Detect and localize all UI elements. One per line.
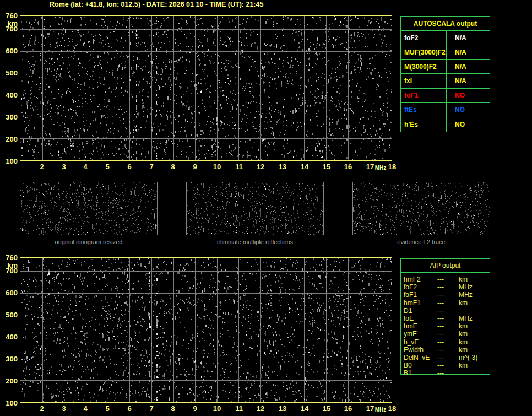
thumbnail-caption-f2: evidence F2 trace — [352, 239, 490, 245]
aip-label: foF1 — [404, 291, 437, 299]
y-tick-top-500: 500 — [0, 69, 18, 77]
autoscala-value-M(3000)F2: N/A — [447, 60, 490, 74]
aip-unit: MHz — [459, 315, 490, 322]
y-tick-bottom-600: 600 — [0, 289, 18, 296]
x-tick-bottom-14: 14 — [296, 405, 313, 412]
thumbnail-eliminate-reflections — [186, 182, 324, 235]
x-tick-bottom-8: 8 — [165, 405, 181, 412]
x-tick-top-8: 8 — [165, 163, 181, 170]
thumbnail-reflections-canvas — [187, 182, 323, 235]
aip-row-hmF1: hmF1---km — [401, 299, 490, 307]
aip-ionogram-plot — [20, 257, 392, 403]
aip-row-foE: foE---MHz — [401, 315, 490, 322]
x-tick-top-13: 13 — [274, 163, 291, 170]
autoscala-param-MUF(3000)F2: MUF(3000)F2 — [401, 45, 447, 60]
aip-label: foF2 — [404, 283, 437, 291]
y-axis-unit-bottom: km — [0, 262, 18, 269]
aip-label: h_vE — [404, 338, 437, 346]
x-tick-top-9: 9 — [187, 163, 203, 170]
aip-unit: km — [459, 346, 490, 354]
x-tick-top-7: 7 — [143, 163, 160, 170]
x-tick-bottom-5: 5 — [99, 405, 116, 412]
x-tick-bottom-2: 2 — [34, 405, 50, 412]
aip-unit: MHz — [459, 283, 490, 291]
aip-unit: MHz — [459, 291, 490, 299]
autoscala-param-M(3000)F2: M(3000)F2 — [401, 60, 447, 74]
aip-unit: km — [459, 361, 490, 369]
autoscala-window: { "header": { "title": "Rome (lat: +41.8… — [0, 0, 532, 416]
autoscala-ionogram-plot — [20, 15, 392, 161]
aip-row-hmE: hmE---km — [401, 322, 490, 330]
aip-label: ymE — [404, 330, 437, 338]
x-tick-top-2: 2 — [34, 163, 50, 170]
x-tick-top-16: 16 — [340, 163, 356, 170]
autoscala-param-h'Es: h'Es — [401, 117, 447, 132]
x-tick-bottom-11: 11 — [231, 405, 247, 412]
y-tick-top-760: 760 — [0, 12, 18, 19]
aip-value: --- — [437, 307, 459, 315]
x-tick-top-10: 10 — [209, 163, 225, 170]
station-title: Rome (lat: +41.8, lon: 012.5) - DATE: 20… — [50, 1, 263, 8]
autoscala-value-foF2: N/A — [447, 31, 490, 45]
aip-label: hmF2 — [404, 275, 437, 283]
x-tick-bottom-15: 15 — [318, 405, 335, 412]
thumbnail-caption-original: original ionogram resized — [20, 239, 158, 245]
aip-row-B0: B0---km — [401, 361, 490, 369]
y-tick-bottom-200: 200 — [0, 377, 18, 385]
autoscala-param-foF1: foF1 — [401, 89, 447, 103]
aip-label: B1 — [404, 369, 437, 377]
aip-label: foE — [404, 315, 437, 322]
x-tick-top-12: 12 — [252, 163, 269, 170]
x-tick-bottom-12: 12 — [252, 405, 269, 412]
aip-row-hmF2: hmF2---km — [401, 275, 490, 283]
aip-label: DelN_vE — [404, 354, 437, 361]
aip-value: --- — [437, 338, 459, 346]
autoscala-param-ftEs: ftEs — [401, 103, 447, 117]
x-tick-top-3: 3 — [56, 163, 72, 170]
y-tick-top-200: 200 — [0, 136, 18, 143]
y-tick-bottom-100: 100 — [0, 399, 18, 407]
aip-row-Ewidth: Ewidth---km — [401, 346, 490, 354]
autoscala-value-h'Es: NO — [447, 117, 490, 132]
y-tick-top-400: 400 — [0, 91, 18, 99]
x-tick-top-15: 15 — [318, 163, 335, 170]
aip-output-table: AIP output hmF2---kmfoF2---MHzfoF1---MHz… — [400, 258, 490, 375]
aip-unit: km — [459, 275, 490, 283]
aip-label: hmF1 — [404, 299, 437, 307]
aip-label: D1 — [404, 307, 437, 315]
aip-unit: km — [459, 338, 490, 346]
autoscala-value-fxI: N/A — [447, 74, 490, 88]
aip-value: --- — [437, 330, 459, 338]
aip-value: --- — [437, 299, 459, 307]
autoscala-value-ftEs: NO — [447, 103, 490, 117]
aip-value: --- — [437, 369, 459, 377]
y-tick-bottom-760: 760 — [0, 254, 18, 261]
aip-value: --- — [437, 361, 459, 369]
aip-unit — [459, 307, 490, 315]
thumbnail-caption-reflections: eliminate multiple reflections — [186, 239, 324, 245]
autoscala-value-foF1: NO — [447, 89, 490, 103]
x-tick-top-5: 5 — [99, 163, 116, 170]
x-tick-bottom-4: 4 — [77, 405, 94, 412]
y-axis-unit-top: km — [0, 20, 18, 27]
aip-label: Ewidth — [404, 346, 437, 354]
y-tick-top-300: 300 — [0, 114, 18, 121]
autoscala-output-table: AUTOSCALA output foF2N/AMUF(3000)F2N/AM(… — [400, 16, 490, 132]
aip-ionogram-canvas — [20, 258, 392, 402]
x-tick-bottom-9: 9 — [187, 405, 203, 412]
aip-value: --- — [437, 275, 459, 283]
aip-unit: km — [459, 322, 490, 330]
autoscala-value-MUF(3000)F2: N/A — [447, 45, 490, 60]
x-tick-top-6: 6 — [121, 163, 138, 170]
x-tick-bottom-16: 16 — [340, 405, 356, 412]
aip-row-ymE: ymE---km — [401, 330, 490, 338]
x-tick-top-11: 11 — [231, 163, 247, 170]
autoscala-param-foF2: foF2 — [401, 31, 447, 45]
aip-label: hmE — [404, 322, 437, 330]
aip-row-D1: D1--- — [401, 307, 490, 315]
x-axis-unit-top: MHz — [372, 165, 389, 171]
aip-row-DelN_vE: DelN_vE---m^(-3) — [401, 354, 490, 361]
x-tick-bottom-6: 6 — [121, 405, 138, 412]
aip-table-title: AIP output — [401, 259, 490, 273]
aip-value: --- — [437, 346, 459, 354]
